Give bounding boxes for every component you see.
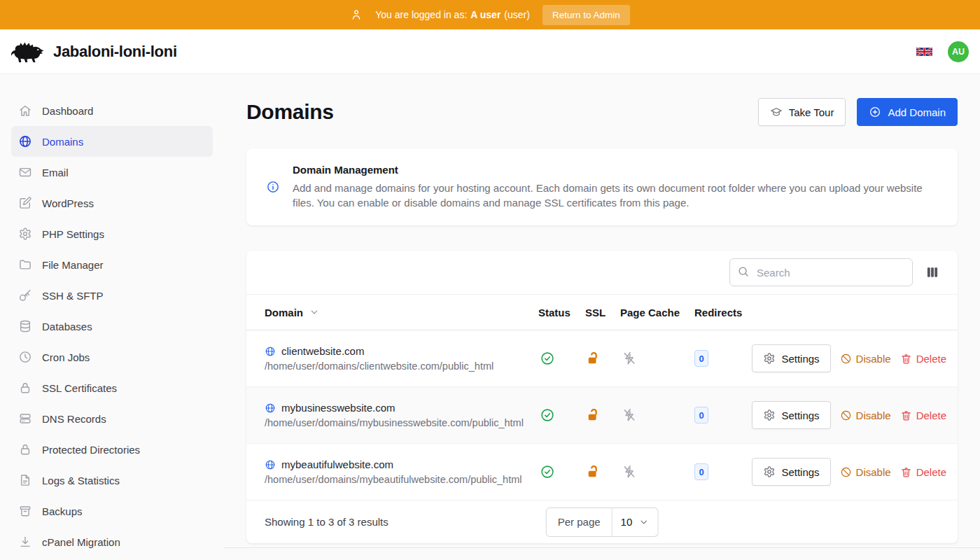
table-row: mybusinesswebsite.com /home/user/domains… — [246, 387, 958, 444]
sidebar-item-label: Email — [42, 167, 69, 178]
status-active-icon — [540, 407, 555, 423]
disable-label: Disable — [856, 353, 891, 365]
sidebar-item-file-manager[interactable]: File Manager — [11, 249, 213, 280]
gear-icon — [18, 227, 32, 241]
trash-icon — [900, 466, 912, 478]
brand-logo[interactable]: Jabaloni-loni-loni — [11, 39, 177, 64]
delete-button[interactable]: Delete — [900, 410, 946, 421]
gear-icon — [763, 352, 776, 365]
sidebar-item-dns-records[interactable]: DNS Records — [11, 403, 213, 434]
return-to-admin-button[interactable]: Return to Admin — [542, 5, 630, 25]
info-card-title: Domain Management — [293, 164, 926, 176]
download-icon — [18, 535, 32, 549]
section-divider — [224, 547, 980, 548]
redirects-badge: 0 — [694, 350, 708, 367]
sidebar-item-cpanel-migration[interactable]: cPanel Migration — [11, 526, 213, 557]
sidebar-item-wordpress[interactable]: WordPress — [11, 188, 213, 218]
avatar[interactable]: AU — [948, 41, 969, 62]
clock-icon — [18, 350, 32, 364]
redirects-badge: 0 — [694, 463, 708, 480]
column-header-ssl: SSL — [585, 307, 620, 318]
per-page-select[interactable]: 10 — [612, 507, 659, 537]
disable-button[interactable]: Disable — [840, 353, 891, 365]
add-domain-button[interactable]: Add Domain — [857, 98, 958, 126]
page-cache-off-icon — [622, 351, 637, 366]
lock-icon — [18, 381, 32, 395]
sidebar-item-email[interactable]: Email — [11, 157, 213, 188]
settings-label: Settings — [781, 410, 819, 421]
globe-icon — [265, 459, 276, 470]
ban-icon — [840, 466, 852, 478]
sidebar-item-cron-jobs[interactable]: Cron Jobs — [11, 342, 213, 372]
banner-user-role: (user) — [504, 9, 530, 20]
home-icon — [18, 104, 32, 118]
domain-path: /home/user/domains/clientwebsite.com/pub… — [265, 360, 538, 372]
plus-circle-icon — [869, 106, 881, 118]
table-header-row: Domain Status SSL Page Cache Redirects — [246, 294, 958, 330]
delete-button[interactable]: Delete — [900, 353, 946, 365]
sidebar: Dashboard Domains Email WordPress PHP Se… — [0, 74, 224, 560]
take-tour-button[interactable]: Take Tour — [758, 98, 846, 126]
delete-button[interactable]: Delete — [900, 466, 946, 478]
settings-button[interactable]: Settings — [752, 344, 830, 372]
per-page-control: Per page 10 — [546, 507, 659, 537]
sidebar-item-ssh-sftp[interactable]: SSH & SFTP — [11, 280, 213, 311]
sidebar-item-domains[interactable]: Domains — [11, 126, 213, 157]
disable-button[interactable]: Disable — [840, 466, 891, 478]
status-active-icon — [540, 464, 555, 479]
sidebar-item-label: Domains — [42, 136, 83, 148]
trash-icon — [900, 410, 912, 421]
column-label: Domain — [265, 307, 303, 318]
settings-button[interactable]: Settings — [752, 458, 830, 486]
disable-label: Disable — [856, 466, 891, 478]
settings-label: Settings — [781, 353, 819, 365]
chevron-down-icon — [638, 517, 649, 528]
settings-button[interactable]: Settings — [752, 401, 830, 429]
sidebar-item-label: PHP Settings — [42, 228, 104, 240]
search-input[interactable] — [729, 258, 913, 286]
sidebar-item-php-settings[interactable]: PHP Settings — [11, 218, 213, 249]
sidebar-item-logs-statistics[interactable]: Logs & Statistics — [11, 465, 213, 496]
sidebar-item-label: DNS Records — [42, 413, 106, 425]
impersonation-banner: You are logged in as: A user (user) Retu… — [0, 0, 980, 29]
sidebar-item-label: WordPress — [42, 197, 94, 209]
domain-management-info-card: Domain Management Add and manage domains… — [246, 148, 958, 225]
main-content: Domains Take Tour Add Domain Domain Mana… — [224, 74, 980, 560]
sidebar-item-label: Databases — [42, 321, 92, 332]
mail-icon — [18, 165, 32, 179]
columns-toggle-button[interactable] — [925, 265, 939, 279]
domain-name: mybeautifulwebsite.com — [281, 458, 393, 470]
status-active-icon — [540, 351, 555, 366]
globe-icon — [265, 402, 276, 414]
ssl-unlocked-icon — [587, 407, 602, 423]
file-text-icon — [18, 473, 32, 487]
table-toolbar — [246, 251, 958, 294]
table-row: mybeautifulwebsite.com /home/user/domain… — [246, 444, 958, 500]
sidebar-item-label: Dashboard — [42, 105, 93, 117]
pen-square-icon — [18, 196, 32, 210]
sidebar-item-label: Logs & Statistics — [42, 475, 120, 486]
sidebar-item-protected-directories[interactable]: Protected Directories — [11, 434, 213, 465]
column-header-domain[interactable]: Domain — [265, 307, 538, 318]
results-summary: Showing 1 to 3 of 3 results — [265, 516, 388, 528]
brand-title: Jabaloni-loni-loni — [53, 43, 177, 61]
sidebar-item-ssl-certificates[interactable]: SSL Certificates — [11, 372, 213, 403]
gear-icon — [763, 465, 776, 478]
sidebar-item-dashboard[interactable]: Dashboard — [11, 95, 213, 126]
header-right: AU — [916, 41, 969, 62]
disable-button[interactable]: Disable — [840, 410, 891, 421]
chevron-down-icon — [309, 307, 320, 318]
delete-label: Delete — [916, 410, 946, 421]
sidebar-item-databases[interactable]: Databases — [11, 311, 213, 342]
uk-flag-icon[interactable] — [916, 46, 932, 57]
sidebar-item-backups[interactable]: Backups — [11, 496, 213, 526]
settings-label: Settings — [781, 466, 819, 478]
sidebar-item-label: cPanel Migration — [42, 536, 120, 548]
page-title: Domains — [246, 100, 334, 124]
banner-message: You are logged in as: A user (user) — [375, 9, 530, 20]
server-icon — [18, 412, 32, 426]
domain-name: clientwebsite.com — [281, 345, 364, 357]
sidebar-item-label: Protected Directories — [42, 444, 140, 456]
domain-name: mybusinesswebsite.com — [281, 402, 396, 414]
globe-icon — [18, 134, 32, 148]
